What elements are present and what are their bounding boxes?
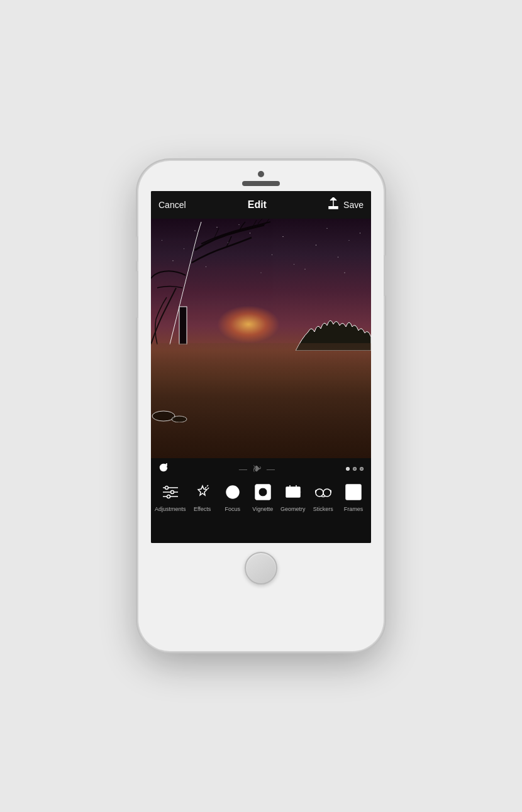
tool-effects[interactable]: Effects [189, 481, 216, 512]
frames-label: Frames [344, 506, 364, 512]
svg-line-9 [207, 485, 208, 486]
effects-icon [191, 481, 214, 503]
effects-label: Effects [194, 506, 211, 512]
tool-geometry[interactable]: Geometry [279, 481, 307, 512]
svg-point-19 [316, 489, 323, 497]
tool-focus[interactable]: Focus [219, 481, 247, 512]
adjustments-icon [159, 481, 182, 503]
dot-1[interactable] [346, 467, 350, 471]
page-dots [346, 467, 364, 471]
tool-vignette[interactable]: Vignette [249, 481, 277, 512]
phone-bottom [245, 543, 277, 597]
svg-rect-23 [348, 486, 359, 498]
toolbar-decorative-row: ⸻ ❧ ⸻ [151, 458, 371, 476]
tool-frames[interactable]: Frames [340, 481, 367, 512]
dot-2[interactable] [353, 467, 357, 471]
focus-label: Focus [225, 506, 240, 512]
vignette-icon [252, 481, 274, 503]
camera-dot [258, 171, 264, 177]
shoreline [151, 397, 201, 422]
sunset-glow [217, 305, 280, 343]
edit-title: Edit [248, 199, 267, 211]
svg-point-7 [170, 491, 174, 494]
adjustments-label: Adjustments [155, 506, 186, 512]
frames-icon [342, 481, 365, 503]
save-button[interactable]: Save [343, 200, 364, 210]
focus-icon [221, 481, 244, 503]
svg-line-11 [208, 488, 209, 489]
home-button[interactable] [245, 552, 277, 584]
share-icon[interactable] [328, 197, 338, 213]
toolbar-items: Adjustments Effects [151, 476, 371, 515]
tool-stickers[interactable]: Stickers [309, 481, 337, 512]
top-bar-right: Save [328, 197, 364, 213]
geometry-icon [282, 481, 304, 503]
dot-3[interactable] [360, 467, 364, 471]
refresh-icon[interactable] [158, 463, 169, 475]
svg-line-10 [205, 487, 206, 488]
svg-point-20 [323, 489, 331, 497]
svg-point-6 [165, 486, 168, 490]
svg-point-2 [172, 416, 187, 422]
photo-area [151, 219, 371, 458]
phone-top [138, 161, 384, 191]
vignette-label: Vignette [252, 506, 273, 512]
svg-point-8 [167, 495, 170, 498]
svg-point-16 [258, 488, 267, 497]
stickers-icon [312, 481, 335, 503]
svg-rect-0 [179, 307, 187, 344]
stickers-label: Stickers [313, 506, 333, 512]
ornament-decoration: ⸻ ❧ ⸻ [238, 464, 276, 474]
svg-point-13 [230, 490, 235, 495]
phone-screen: Cancel Edit Save [151, 191, 371, 543]
bottom-toolbar: ⸻ ❧ ⸻ [151, 458, 371, 543]
speaker-grille [242, 181, 280, 186]
cancel-button[interactable]: Cancel [158, 200, 186, 210]
phone-frame: Cancel Edit Save [138, 161, 384, 651]
top-bar: Cancel Edit Save [151, 191, 371, 219]
tool-adjustments[interactable]: Adjustments [155, 481, 186, 512]
geometry-label: Geometry [280, 506, 306, 512]
